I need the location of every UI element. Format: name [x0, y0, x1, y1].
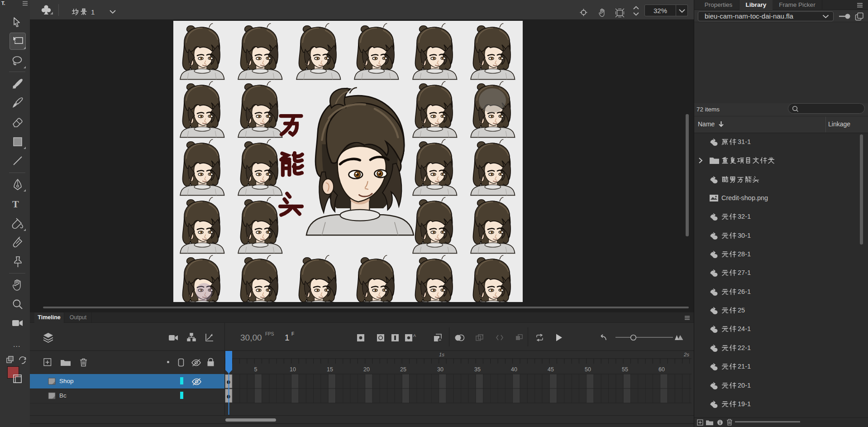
svg-text:50: 50	[585, 366, 591, 373]
svg-text:5: 5	[254, 366, 258, 373]
svg-text:55: 55	[622, 366, 628, 373]
svg-text:25: 25	[400, 366, 406, 373]
svg-text:40: 40	[511, 366, 517, 373]
svg-text:15: 15	[327, 366, 333, 373]
svg-text:1s: 1s	[439, 352, 444, 357]
svg-text:20: 20	[363, 366, 370, 373]
svg-text:60: 60	[658, 366, 665, 373]
svg-text:10: 10	[290, 366, 296, 373]
svg-text:30: 30	[437, 366, 444, 373]
svg-text:35: 35	[474, 366, 481, 373]
svg-text:A: A	[413, 333, 416, 338]
svg-text:45: 45	[548, 366, 554, 373]
svg-text:2s: 2s	[683, 352, 689, 357]
